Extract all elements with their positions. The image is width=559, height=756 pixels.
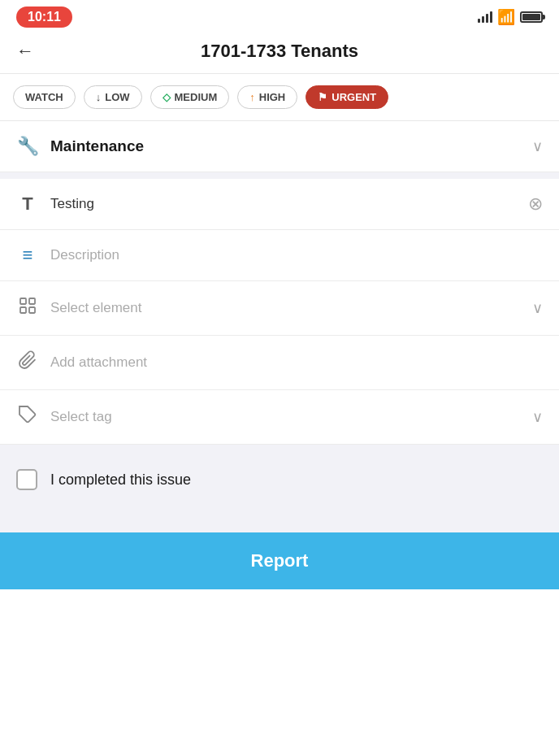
priority-chip-high[interactable]: ↑ HIGH	[237, 85, 297, 109]
description-icon: ≡	[16, 245, 39, 266]
urgent-icon: ⚑	[318, 91, 327, 103]
status-bar: 10:11 📶	[0, 0, 559, 33]
svg-rect-1	[29, 298, 35, 304]
maintenance-section[interactable]: 🔧 Maintenance ∨	[0, 121, 559, 172]
status-icons: 📶	[478, 8, 543, 26]
priority-chip-medium[interactable]: ◇ MEDIUM	[150, 85, 230, 109]
svg-rect-2	[20, 307, 26, 313]
priority-filter: WATCH ↓ LOW ◇ MEDIUM ↑ HIGH ⚑ URGENT	[0, 74, 559, 121]
svg-rect-0	[20, 298, 26, 304]
tag-placeholder: Select tag	[50, 409, 521, 425]
medium-label: MEDIUM	[175, 91, 218, 103]
description-placeholder: Description	[50, 247, 543, 263]
maintenance-chevron: ∨	[532, 137, 543, 155]
close-icon[interactable]: ⊗	[528, 193, 543, 215]
element-placeholder: Select element	[50, 300, 521, 316]
urgent-label: URGENT	[332, 91, 376, 103]
attachment-placeholder: Add attachment	[50, 354, 543, 371]
maintenance-label: Maintenance	[50, 137, 521, 155]
attachment-icon	[16, 350, 39, 375]
priority-chip-low[interactable]: ↓ LOW	[84, 85, 142, 109]
signal-icon	[478, 11, 492, 23]
medium-icon: ◇	[162, 91, 171, 103]
page-title: 1701-1733 Tenants	[201, 41, 358, 62]
tag-section[interactable]: Select tag ∨	[0, 390, 559, 445]
battery-icon	[520, 11, 543, 23]
watch-label: WATCH	[25, 91, 63, 103]
tag-chevron: ∨	[532, 408, 543, 426]
high-label: HIGH	[259, 91, 286, 103]
svg-rect-3	[29, 307, 35, 313]
element-icon	[16, 296, 39, 320]
report-button[interactable]: Report	[0, 532, 559, 589]
element-chevron: ∨	[532, 299, 543, 317]
completed-section[interactable]: I completed this issue	[0, 451, 559, 508]
completed-label: I completed this issue	[50, 471, 191, 489]
title-section[interactable]: T Testing ⊗	[0, 179, 559, 230]
wifi-icon: 📶	[497, 8, 515, 26]
attachment-section[interactable]: Add attachment	[0, 336, 559, 390]
priority-chip-urgent[interactable]: ⚑ URGENT	[306, 85, 388, 109]
completed-checkbox[interactable]	[16, 469, 37, 490]
section-gap	[0, 172, 559, 179]
pre-completed-gap	[0, 445, 559, 451]
description-section[interactable]: ≡ Description	[0, 230, 559, 281]
wrench-icon: 🔧	[16, 136, 39, 157]
low-label: LOW	[105, 91, 129, 103]
pre-report-gap	[0, 508, 559, 532]
tag-icon	[16, 405, 39, 429]
high-icon: ↑	[249, 91, 255, 103]
form-container: 🔧 Maintenance ∨ T Testing ⊗ ≡ Descriptio…	[0, 121, 559, 445]
back-button[interactable]: ←	[16, 41, 34, 62]
title-field[interactable]: Testing	[50, 196, 517, 212]
element-section[interactable]: Select element ∨	[0, 281, 559, 336]
status-time: 10:11	[16, 7, 72, 28]
low-icon: ↓	[96, 91, 102, 103]
title-icon: T	[16, 193, 39, 215]
priority-chip-watch[interactable]: WATCH	[13, 85, 76, 109]
header: ← 1701-1733 Tenants	[0, 33, 559, 74]
